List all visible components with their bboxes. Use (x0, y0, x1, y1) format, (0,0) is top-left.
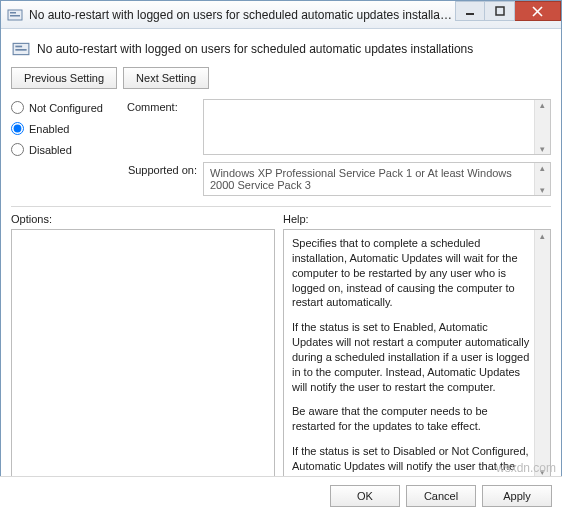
policy-icon (7, 7, 23, 23)
help-label: Help: (283, 213, 309, 225)
svg-rect-1 (10, 12, 16, 14)
close-button[interactable] (515, 1, 561, 21)
help-text: If the status is set to Disabled or Not … (292, 444, 530, 479)
supported-on-field: Windows XP Professional Service Pack 1 o… (203, 162, 551, 196)
radio-enabled[interactable]: Enabled (11, 122, 121, 135)
radio-not-configured[interactable]: Not Configured (11, 101, 121, 114)
window-controls (455, 1, 561, 28)
scroll-down-icon[interactable]: ▾ (540, 185, 545, 195)
next-setting-button[interactable]: Next Setting (123, 67, 209, 89)
scroll-up-icon[interactable]: ▴ (540, 230, 545, 242)
options-label: Options: (11, 213, 283, 225)
help-text: Specifies that to complete a scheduled i… (292, 236, 530, 310)
scrollbar[interactable]: ▴ ▾ (534, 163, 550, 195)
radio-disabled-label: Disabled (29, 144, 72, 156)
policy-header: No auto-restart with logged on users for… (11, 35, 551, 67)
scroll-up-icon[interactable]: ▴ (540, 163, 545, 173)
maximize-button[interactable] (485, 1, 515, 21)
radio-disabled-input[interactable] (11, 143, 24, 156)
minimize-button[interactable] (455, 1, 485, 21)
svg-rect-8 (15, 46, 22, 48)
supported-on-text: Windows XP Professional Service Pack 1 o… (210, 167, 512, 191)
scroll-up-icon[interactable]: ▴ (540, 100, 545, 110)
svg-rect-2 (10, 15, 20, 17)
apply-button[interactable]: Apply (482, 485, 552, 507)
state-radio-group: Not Configured Enabled Disabled (11, 99, 121, 156)
scrollbar[interactable]: ▴ ▾ (534, 100, 550, 154)
comment-label: Comment: (127, 99, 197, 113)
cancel-button[interactable]: Cancel (406, 485, 476, 507)
svg-rect-4 (496, 7, 504, 15)
radio-disabled[interactable]: Disabled (11, 143, 121, 156)
comment-textarea[interactable]: ▴ ▾ (203, 99, 551, 155)
radio-not-configured-label: Not Configured (29, 102, 103, 114)
policy-icon (11, 39, 31, 59)
scroll-down-icon[interactable]: ▾ (540, 144, 545, 154)
dialog-footer: OK Cancel Apply (0, 476, 562, 515)
title-bar: No auto-restart with logged on users for… (1, 1, 561, 29)
radio-enabled-input[interactable] (11, 122, 24, 135)
help-text: Be aware that the computer needs to be r… (292, 404, 530, 434)
help-panel: Specifies that to complete a scheduled i… (283, 229, 551, 479)
divider (11, 206, 551, 207)
window-title: No auto-restart with logged on users for… (29, 8, 455, 22)
supported-on-label: Supported on: (127, 156, 197, 176)
ok-button[interactable]: OK (330, 485, 400, 507)
policy-title: No auto-restart with logged on users for… (37, 42, 473, 56)
svg-rect-3 (466, 13, 474, 15)
previous-setting-button[interactable]: Previous Setting (11, 67, 117, 89)
radio-enabled-label: Enabled (29, 123, 69, 135)
scrollbar[interactable]: ▴ ▾ (534, 230, 550, 478)
options-panel (11, 229, 275, 479)
help-text: If the status is set to Enabled, Automat… (292, 320, 530, 394)
svg-rect-9 (15, 49, 26, 51)
radio-not-configured-input[interactable] (11, 101, 24, 114)
